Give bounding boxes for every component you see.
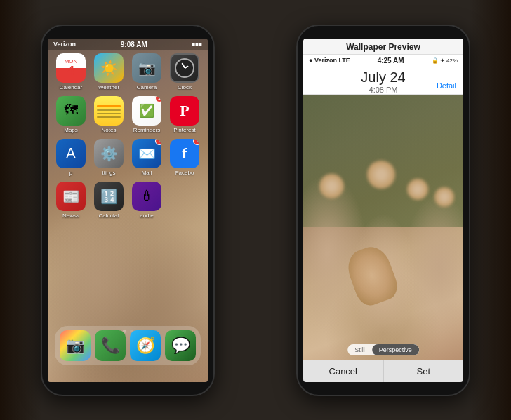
- camera-icon: 📷: [132, 53, 161, 83]
- blurred-face-1: [319, 174, 344, 198]
- pinterest-label: Pinterest: [173, 127, 196, 133]
- app-empty: [166, 182, 203, 219]
- reminders-badge: 1: [155, 96, 161, 102]
- app-calendar[interactable]: Mon 4 Calendar: [53, 53, 89, 90]
- wallpaper-preview-photo: Still Perspective: [303, 95, 463, 360]
- bottom-actions: Cancel Set: [303, 360, 463, 382]
- blurred-face-4: [434, 187, 454, 207]
- mail-badge: 1: [155, 139, 161, 145]
- settings-label: ttings: [102, 170, 115, 176]
- calendar-label: Calendar: [60, 84, 82, 90]
- notes-icon: [94, 96, 124, 126]
- blurred-face-2: [367, 161, 395, 189]
- weather-label: Weather: [98, 84, 119, 90]
- appstore-icon: A: [56, 139, 86, 168]
- appstore-label: p: [69, 170, 72, 176]
- hand-overlay-right: [469, 0, 511, 420]
- cal-day: 4: [67, 65, 74, 77]
- settings-icon: ⚙️: [94, 139, 124, 168]
- perspective-button[interactable]: Perspective: [372, 344, 419, 355]
- still-perspective-toggle: Still Perspective: [347, 344, 419, 355]
- facebook-badge: 1: [193, 139, 199, 145]
- app-reminders[interactable]: ✅ 1 Reminders: [128, 96, 165, 133]
- app-row-4: 📰 Newss 🔢 Calculat 🕯 andle: [52, 182, 204, 219]
- dock-safari[interactable]: 🧭: [130, 330, 161, 361]
- maps-icon: 🗺: [56, 96, 86, 126]
- calculator-icon: 🔢: [94, 182, 124, 211]
- weather-icon: ☀️: [94, 53, 124, 83]
- right-phone-screen: Wallpaper Preview ● Verizon LTE 4:25 AM …: [303, 39, 463, 382]
- time-left: 9:08 AM: [121, 41, 147, 48]
- app-row-3: A p ⚙️ ttings ✉️ 1: [52, 139, 204, 176]
- battery-left: ■■■: [192, 41, 203, 48]
- app-row-2: 🗺 Maps Notes: [52, 96, 204, 133]
- status-bar-left: Verizon 9:08 AM ■■■: [48, 39, 208, 50]
- dock: 📷 📞 🧭 💬: [55, 326, 201, 365]
- camera-label: Camera: [137, 84, 157, 90]
- lock-screen-info: July 24 4:08 PM Detail: [303, 67, 463, 95]
- candle-icon: 🕯: [132, 182, 161, 211]
- main-scene: Verizon 9:08 AM ■■■ Mon 4 Calendar: [0, 0, 511, 420]
- cancel-button[interactable]: Cancel: [303, 360, 384, 382]
- reminders-icon: ✅ 1: [132, 96, 161, 126]
- facebook-icon: f 1: [170, 139, 199, 168]
- clock-label: Clock: [178, 84, 192, 90]
- clock-face: [175, 58, 194, 78]
- status-bar-right: ● Verizon LTE 4:25 AM 🔒 ✦ 42%: [303, 55, 463, 67]
- app-settings[interactable]: ⚙️ ttings: [91, 139, 127, 176]
- facebook-label: Facebo: [175, 170, 194, 176]
- newsstand-icon: 📰: [56, 182, 86, 211]
- pinterest-icon: P: [170, 96, 199, 126]
- calculator-label: Calculat: [99, 212, 119, 219]
- people-background: [303, 95, 463, 360]
- app-maps[interactable]: 🗺 Maps: [53, 96, 89, 133]
- app-newsstand[interactable]: 📰 Newss: [53, 182, 89, 219]
- dock-messages[interactable]: 💬: [165, 330, 196, 361]
- app-camera[interactable]: 📷 Camera: [128, 53, 165, 90]
- carrier-right: ● Verizon LTE: [309, 57, 350, 64]
- app-appstore[interactable]: A p: [53, 139, 89, 176]
- app-weather[interactable]: ☀️ Weather: [91, 53, 127, 90]
- app-clock[interactable]: Clock: [166, 53, 203, 90]
- notes-label: Notes: [102, 127, 117, 133]
- still-button[interactable]: Still: [347, 344, 372, 355]
- set-button[interactable]: Set: [384, 360, 464, 382]
- reminders-label: Reminders: [133, 127, 161, 133]
- carrier-left: Verizon: [53, 41, 76, 48]
- app-notes[interactable]: Notes: [91, 96, 127, 133]
- app-row-1: Mon 4 Calendar ☀️ Weather 📷 Camera: [52, 53, 204, 90]
- mail-icon: ✉️ 1: [132, 139, 161, 168]
- candle-label: andle: [140, 212, 154, 219]
- app-candle[interactable]: 🕯 andle: [128, 182, 165, 219]
- battery-right: 🔒 ✦ 42%: [432, 57, 458, 64]
- app-calculator[interactable]: 🔢 Calculat: [91, 182, 127, 219]
- calendar-icon: Mon 4: [56, 53, 86, 83]
- left-phone-screen: Verizon 9:08 AM ■■■ Mon 4 Calendar: [48, 39, 208, 382]
- maps-label: Maps: [64, 127, 78, 133]
- mail-label: Mail: [142, 170, 152, 176]
- right-phone: Wallpaper Preview ● Verizon LTE 4:25 AM …: [296, 25, 470, 396]
- time-right: 4:25 AM: [378, 57, 404, 65]
- wallpaper-preview-title: Wallpaper Preview: [303, 39, 463, 55]
- dock-photos[interactable]: 📷: [60, 330, 91, 361]
- newsstand-label: Newss: [62, 212, 79, 219]
- app-mail[interactable]: ✉️ 1 Mail: [128, 139, 165, 176]
- clock-icon: [170, 53, 199, 83]
- left-phone: Verizon 9:08 AM ■■■ Mon 4 Calendar: [41, 25, 215, 396]
- app-pinterest[interactable]: P Pinterest: [166, 96, 203, 133]
- empty-slot: [170, 182, 199, 211]
- app-facebook[interactable]: f 1 Facebo: [166, 139, 203, 176]
- dock-phone[interactable]: 📞: [95, 330, 126, 361]
- hand-overlay-left: [0, 0, 42, 420]
- app-grid: Mon 4 Calendar ☀️ Weather 📷 Camera: [48, 50, 208, 227]
